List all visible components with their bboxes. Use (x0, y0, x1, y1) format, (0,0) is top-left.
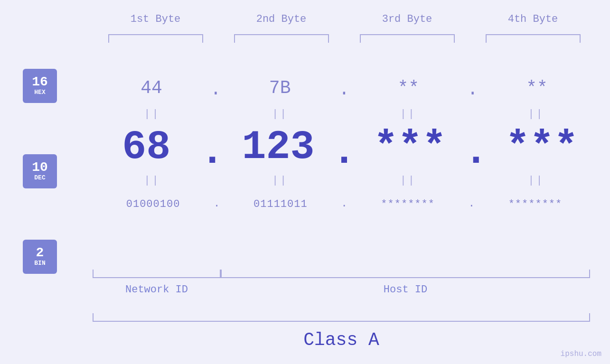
net-bracket-line (93, 270, 221, 278)
dec-b4: *** (488, 127, 596, 168)
data-area: 44 . 7B . ** . ** || || || || 68 . 123 .… (93, 47, 596, 221)
hex-badge-num: 16 (32, 75, 48, 89)
equals-row-1: || || || || (93, 107, 596, 121)
eq1-b4: || (477, 108, 596, 120)
dot-dec-2: . (332, 132, 356, 172)
dec-badge: 10 DEC (23, 154, 57, 188)
dot-dec-1: . (200, 132, 225, 172)
col-header-2: 2nd Byte (218, 13, 344, 25)
bin-badge-label: BIN (34, 260, 45, 267)
main-container: 1st Byte 2nd Byte 3rd Byte 4th Byte 16 H… (0, 0, 610, 364)
eq2-b3: || (348, 175, 468, 187)
eq1-b1: || (93, 108, 212, 120)
dec-badge-num: 10 (32, 161, 48, 174)
host-id-label: Host ID (221, 284, 590, 296)
bin-b4: ******** (475, 198, 596, 210)
dot-bin-1: . (214, 199, 220, 209)
eq1-b3: || (348, 108, 468, 120)
dec-row: 68 . 123 . *** . *** (93, 121, 596, 173)
class-bracket (93, 313, 590, 322)
network-id-label: Network ID (93, 284, 221, 296)
bin-badge-num: 2 (36, 246, 44, 260)
bin-b2: 01111011 (220, 198, 341, 210)
dot-hex-2: . (339, 81, 350, 99)
eq1-b2: || (221, 108, 340, 120)
hex-b1: 44 (93, 78, 210, 98)
dot-bin-3: . (469, 199, 475, 209)
equals-row-2: || || || || (93, 173, 596, 187)
dot-bin-2: . (341, 199, 347, 209)
bin-badge: 2 BIN (23, 240, 57, 274)
hex-badge-label: HEX (34, 89, 45, 96)
dot-hex-3: . (467, 81, 478, 99)
hex-badge: 16 HEX (23, 69, 57, 103)
dec-b3: *** (357, 127, 464, 168)
dec-badge-label: DEC (34, 174, 45, 182)
top-bracket-line-1 (108, 34, 203, 43)
top-bracket-line-3 (360, 34, 455, 43)
eq2-b4: || (477, 175, 596, 187)
col-header-4: 4th Byte (470, 13, 596, 25)
class-label: Class A (93, 330, 590, 350)
hex-b2: 7B (221, 78, 339, 98)
top-bracket-2 (218, 34, 344, 43)
eq2-b2: || (221, 175, 340, 187)
top-bracket-4 (470, 34, 596, 43)
top-bracket-3 (344, 34, 470, 43)
hex-b3: ** (349, 78, 467, 98)
bin-b1: 01000100 (93, 198, 214, 210)
top-bracket-row (93, 34, 596, 43)
col-header-3: 3rd Byte (344, 13, 470, 25)
top-bracket-line-2 (234, 34, 329, 43)
dot-hex-1: . (210, 81, 221, 99)
col-header-1: 1st Byte (93, 13, 218, 25)
bin-row: 01000100 . 01111011 . ******** . *******… (93, 187, 596, 221)
host-bracket-line (221, 270, 590, 278)
watermark: ipshu.com (561, 350, 601, 358)
dot-dec-3: . (464, 132, 488, 172)
bin-b3: ******** (347, 198, 469, 210)
headers-row: 1st Byte 2nd Byte 3rd Byte 4th Byte (93, 13, 596, 25)
top-bracket-line-4 (486, 34, 581, 43)
dec-b2: 123 (225, 127, 332, 168)
base-badges: 16 HEX 10 DEC 2 BIN (23, 69, 57, 274)
top-bracket-1 (93, 34, 218, 43)
eq2-b1: || (93, 175, 212, 187)
hex-row: 44 . 7B . ** . ** (93, 69, 596, 107)
hex-b4: ** (478, 78, 596, 98)
dec-b1: 68 (93, 127, 200, 168)
